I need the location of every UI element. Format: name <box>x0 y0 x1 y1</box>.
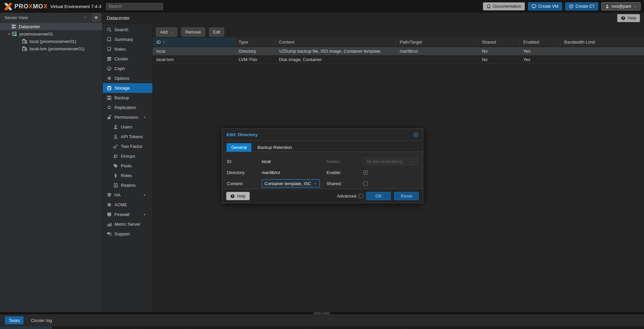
menu-item-icon <box>107 56 112 61</box>
menu-item[interactable]: Options <box>103 73 152 83</box>
advanced-label: Advanced <box>337 194 356 199</box>
menu-item-label: Notes <box>114 47 126 52</box>
menu-item[interactable]: HA <box>103 190 152 200</box>
column-header-path[interactable]: Path/Target <box>396 38 478 47</box>
menu-item[interactable]: Users <box>103 122 152 132</box>
enable-checkbox[interactable] <box>363 170 368 175</box>
column-header-type[interactable]: Type <box>235 38 275 47</box>
page-title: Datacenter <box>107 15 130 21</box>
advanced-checkbox[interactable] <box>359 194 363 198</box>
menu-item[interactable]: Storage <box>103 83 152 93</box>
menu-item-label: Pools <box>121 163 132 168</box>
tree-item-icon <box>12 31 17 37</box>
cell-bandwidth <box>560 55 644 63</box>
tree-item-icon <box>22 39 27 44</box>
documentation-button[interactable]: Documentation <box>483 2 525 10</box>
table-header: ID ↑ Type Content Path/Target Shared Ena… <box>153 38 644 47</box>
id-field-label: ID: <box>227 159 262 164</box>
user-menu-button[interactable]: root@pam <box>601 2 641 10</box>
ok-button[interactable]: OK <box>366 192 391 200</box>
menu-item[interactable]: Two Factor <box>103 142 152 151</box>
wordmark-part: X <box>29 3 33 10</box>
proxmox-wordmark: PROXMOX <box>14 3 48 10</box>
menu-item[interactable]: API Tokens <box>103 132 152 142</box>
create-vm-label: Create VM <box>538 4 558 9</box>
tree-item-label: Datacenter <box>19 24 40 29</box>
menu-item-label: Replication <box>114 105 136 110</box>
create-ct-button[interactable]: Create CT <box>565 2 599 10</box>
user-label: root@pam <box>611 4 631 9</box>
close-icon[interactable] <box>413 132 418 138</box>
menu-item[interactable]: Replication <box>103 103 152 112</box>
add-button[interactable]: Add <box>156 28 177 37</box>
column-header-shared[interactable]: Shared <box>478 38 519 47</box>
menu-item[interactable]: Groups <box>103 151 152 161</box>
product-version-label: Virtual Environment 7.4-3 <box>50 4 101 9</box>
edit-button[interactable]: Edit <box>209 28 225 37</box>
menu-item-label: Cluster <box>114 56 128 61</box>
cell-id: local <box>153 47 235 55</box>
column-header-id[interactable]: ID ↑ <box>153 38 235 47</box>
tree-item-icon <box>11 24 16 29</box>
column-header-bandwidth[interactable]: Bandwidth Limit <box>560 38 644 47</box>
dialog-help-button[interactable]: Help <box>226 192 250 200</box>
menu-item[interactable]: Notes <box>103 44 152 54</box>
dialog-body: ID: local Nodes: All (No restrictions) D… <box>222 152 423 187</box>
directory-field-label: Directory: <box>227 170 262 175</box>
menu-item[interactable]: ACME <box>103 200 152 210</box>
table-row[interactable]: local-lvm LVM-Thin Disk image, Container… <box>153 55 644 64</box>
tree-item[interactable]: proxmoxserver01 <box>0 30 102 38</box>
documentation-label: Documentation <box>493 4 521 9</box>
dialog-tab[interactable]: Backup Retention <box>253 143 297 152</box>
cell-path: /var/lib/vz <box>396 47 478 55</box>
menu-item[interactable]: Cluster <box>103 54 152 64</box>
menu-item[interactable]: Permissions <box>103 112 152 122</box>
table-row[interactable]: local Directory VZDump backup file, ISO … <box>153 47 644 55</box>
reset-button[interactable]: Reset <box>394 192 419 200</box>
view-mode-select[interactable]: Server View <box>1 13 91 21</box>
menu-item[interactable]: Summary <box>103 35 152 44</box>
dialog-footer: Help Advanced OK Reset <box>222 189 423 203</box>
dialog-tab[interactable]: General <box>227 143 251 152</box>
help-button[interactable]: Help <box>617 14 640 22</box>
proxmox-logo-icon <box>4 2 12 11</box>
remove-label: Remove <box>185 30 201 35</box>
menu-item-icon <box>107 66 112 71</box>
tree-item[interactable]: local (proxmoxserver01) <box>0 38 102 45</box>
dialog-titlebar: Edit: Directory <box>222 129 423 141</box>
tree-item[interactable]: local-lvm (proxmoxserver01) <box>0 45 102 52</box>
cube-icon <box>569 4 574 9</box>
menu-item[interactable]: Backup <box>103 93 152 103</box>
menu-item[interactable]: Metric Server <box>103 219 152 229</box>
menu-item[interactable]: Support <box>103 229 152 239</box>
edit-label: Edit <box>213 30 220 35</box>
menu-item[interactable]: Pools <box>103 161 152 171</box>
menu-item-icon <box>107 105 112 110</box>
column-header-content[interactable]: Content <box>275 38 396 47</box>
menu-item[interactable]: Realms <box>103 180 152 190</box>
tree-item[interactable]: Datacenter <box>0 23 102 30</box>
cell-type: Directory <box>235 47 275 55</box>
content-field-label: Content: <box>227 181 262 186</box>
menu-item-label: Search <box>114 27 128 32</box>
menu-item[interactable]: Roles <box>103 171 152 180</box>
shared-checkbox[interactable] <box>363 181 368 186</box>
caret-right-icon <box>143 213 147 217</box>
cluster-log-tab[interactable]: Cluster log <box>31 318 52 323</box>
remove-button[interactable]: Remove <box>181 28 205 37</box>
tree-item-label: local-lvm (proxmoxserver01) <box>30 46 85 51</box>
cell-enabled: Yes <box>519 55 560 63</box>
menu-item[interactable]: Search <box>103 25 152 35</box>
expander-icon[interactable] <box>7 32 11 36</box>
menu-item-icon <box>107 222 112 227</box>
resource-tree: Datacenter proxmoxserver01 local (proxmo… <box>0 22 102 52</box>
menu-item[interactable]: Firewall <box>103 210 152 219</box>
create-vm-button[interactable]: Create VM <box>528 2 562 10</box>
dialog-title: Edit: Directory <box>227 132 258 137</box>
global-search-input[interactable] <box>106 3 163 10</box>
menu-item[interactable]: Ceph <box>103 64 152 73</box>
tree-settings-button[interactable] <box>92 13 100 21</box>
content-select[interactable]: Container template, ISC <box>262 179 320 187</box>
column-header-enabled[interactable]: Enabled <box>519 38 560 47</box>
tasks-tab-button[interactable]: Tasks <box>5 316 23 324</box>
